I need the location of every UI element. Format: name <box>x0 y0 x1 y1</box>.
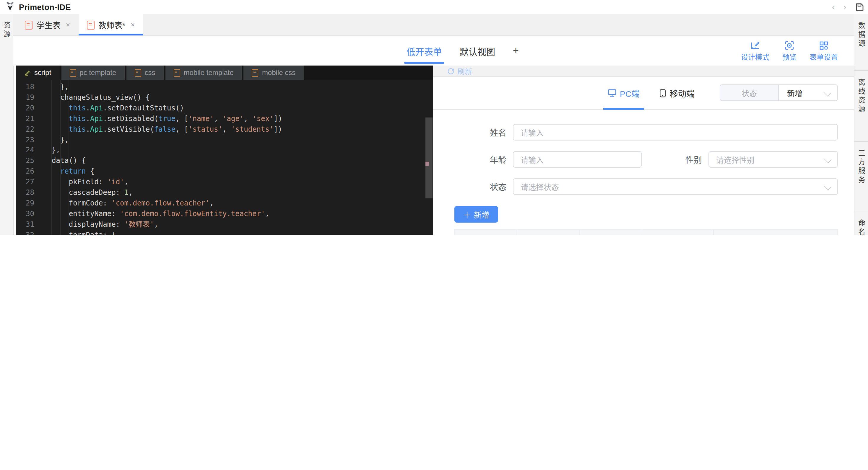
code-line-26: 26 return { <box>16 167 433 177</box>
design-mode-button[interactable]: 设计模式 <box>741 40 769 61</box>
line-number: 21 <box>16 114 34 124</box>
editor-scrollbar-thumb[interactable] <box>426 118 433 198</box>
add-row-button[interactable]: ＋ 新增 <box>454 206 498 223</box>
editor-tab-mobile-css[interactable]: mobile css <box>244 66 304 80</box>
rail-item-2[interactable]: 离线资源 <box>855 71 868 142</box>
tab-pc[interactable]: PC端 <box>608 77 640 109</box>
editor-tab-label: css <box>145 68 155 77</box>
close-icon[interactable]: × <box>66 21 70 29</box>
left-resource-rail[interactable]: 资源 <box>0 14 13 235</box>
nav-forward-icon[interactable]: › <box>843 3 847 11</box>
code-editor: scriptpc templatecssmobile templatemobil… <box>16 66 433 235</box>
status-action-combo[interactable]: 状态 新增 <box>720 85 838 101</box>
refresh-button[interactable]: 刷新 <box>447 65 472 76</box>
code-text: changeStatus_view() { <box>34 93 150 103</box>
code-text: displayName: '教师表', <box>34 220 158 230</box>
code-line-21: 21 this.Api.setDisabled(true, ['name', '… <box>16 114 433 124</box>
code-line-19: 19 changeStatus_view() { <box>16 93 433 103</box>
primeton-logo <box>5 2 16 12</box>
file-icon <box>252 69 258 76</box>
preview-form: 姓名 请输入 年龄 请输入 性别 请选择性别 状态 请选择状态 <box>433 110 854 195</box>
rail-item-label: 数据源 <box>856 22 866 70</box>
preview-button[interactable]: 预览 <box>782 40 797 61</box>
line-number: 25 <box>16 156 34 167</box>
code-line-24: 24 }, <box>16 145 433 156</box>
add-view-tab-button[interactable]: + <box>513 36 519 66</box>
code-line-29: 29 formCode: 'com.demo.flow.teacher', <box>16 198 433 209</box>
editor-tab-css[interactable]: css <box>126 66 163 80</box>
editor-tab-label: pc template <box>80 68 116 77</box>
table-header-2: 年龄 <box>517 230 580 235</box>
line-number: 32 <box>16 230 34 235</box>
code-line-23: 23 }, <box>16 135 433 145</box>
line-number: 27 <box>16 177 34 188</box>
title-bar: Primeton-IDE ‹ › <box>0 0 868 15</box>
close-icon[interactable]: × <box>131 21 135 29</box>
code-text: }, <box>34 82 69 93</box>
file-icon <box>134 69 141 76</box>
rail-item-3[interactable]: 三方服务 <box>855 142 868 211</box>
field-label-sex: 性别 <box>642 154 709 165</box>
editor-tab-pc-template[interactable]: pc template <box>61 66 124 80</box>
save-icon[interactable] <box>855 2 864 12</box>
rail-item-label: 命名Sql <box>856 219 866 235</box>
field-label-age: 年龄 <box>454 154 513 165</box>
tab-lowcode-form[interactable]: 低开表单 <box>406 36 442 66</box>
status-select[interactable]: 请选择状态 <box>513 178 838 195</box>
plus-icon: ＋ <box>463 209 471 220</box>
line-number: 26 <box>16 167 34 177</box>
rail-item-4[interactable]: 命名Sql <box>855 211 868 235</box>
line-number: 29 <box>16 198 34 209</box>
rail-item-1[interactable]: 数据源 <box>855 14 868 71</box>
line-number: 30 <box>16 209 34 220</box>
design-mode-icon <box>750 40 760 50</box>
code-line-31: 31 displayName: '教师表', <box>16 220 433 230</box>
code-line-32: 32 formData: { <box>16 230 433 235</box>
doc-tab-2[interactable]: 教师表*× <box>78 14 143 35</box>
tab-mobile[interactable]: 移动端 <box>660 77 694 109</box>
form-settings-button[interactable]: 表单设置 <box>809 40 838 61</box>
editor-tab-script[interactable]: script <box>16 66 59 80</box>
line-number: 19 <box>16 93 34 103</box>
code-text: formCode: 'com.demo.flow.teacher', <box>34 198 214 209</box>
rail-item-label: 三方服务 <box>856 149 866 211</box>
resource-rail-label[interactable]: 资源 <box>1 21 11 39</box>
table-header-1: 姓名 <box>455 230 517 235</box>
combo-action-select[interactable]: 新增 <box>779 85 837 100</box>
form-designer-panel: 刷新 PC端 移动端 <box>433 66 854 235</box>
editor-tab-mobile-template[interactable]: mobile template <box>165 66 242 80</box>
line-number: 20 <box>16 103 34 114</box>
refresh-icon <box>447 67 454 74</box>
editor-tab-bar: scriptpc templatecssmobile templatemobil… <box>16 66 433 80</box>
table-header-row: 姓名年龄性别审批人操作 <box>455 230 837 235</box>
table-header-5: 操作 <box>714 230 837 235</box>
line-number: 23 <box>16 135 34 145</box>
form-settings-icon <box>819 40 829 50</box>
field-label-name: 姓名 <box>454 126 513 138</box>
sex-select[interactable]: 请选择性别 <box>709 151 838 168</box>
file-icon <box>69 69 76 76</box>
chevron-down-icon <box>824 156 831 163</box>
phone-icon <box>660 89 666 97</box>
name-input[interactable]: 请输入 <box>513 124 838 140</box>
pencil-icon <box>24 69 31 76</box>
tab-default-view[interactable]: 默认视图 <box>460 36 495 66</box>
code-text: entityName: 'com.demo.flow.flowEntity.te… <box>34 209 270 220</box>
code-line-18: 18 }, <box>16 82 433 93</box>
app-title: Primeton-IDE <box>19 3 71 11</box>
age-input[interactable]: 请输入 <box>513 151 642 168</box>
file-icon <box>174 69 180 76</box>
preview-eye-icon <box>785 40 794 50</box>
code-line-22: 22 this.Api.setVisible(false, ['status',… <box>16 124 433 135</box>
line-number: 28 <box>16 188 34 198</box>
code-text: pkField: 'id', <box>34 177 128 188</box>
code-line-25: 25 data() { <box>16 156 433 167</box>
code-area[interactable]: 18 },19 changeStatus_view() {20 this.Api… <box>16 80 433 235</box>
code-line-27: 27 pkField: 'id', <box>16 177 433 188</box>
refresh-bar: 刷新 <box>433 66 854 77</box>
line-number: 18 <box>16 82 34 93</box>
nav-back-icon[interactable]: ‹ <box>832 3 835 11</box>
code-text: formData: { <box>34 230 116 235</box>
doc-tab-1[interactable]: 学生表× <box>17 14 78 35</box>
code-text: this.Api.setVisible(false, ['status', 's… <box>34 124 282 135</box>
